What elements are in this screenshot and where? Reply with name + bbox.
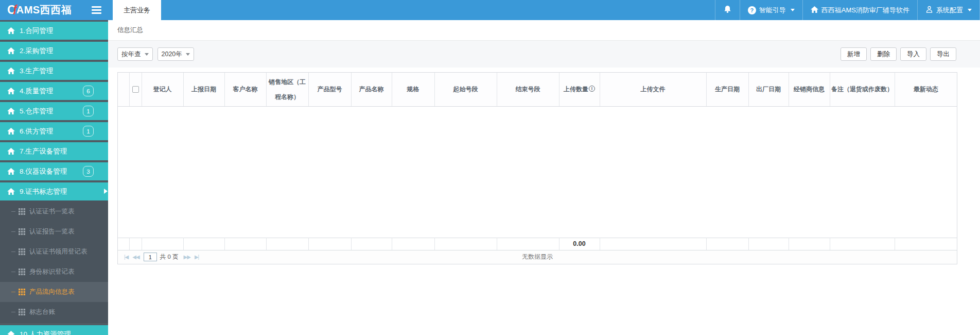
select-all-header (129, 73, 142, 106)
breadcrumb: 信息汇总 (108, 20, 980, 41)
column-header[interactable]: 起始号段 (434, 73, 497, 106)
sidebar-item-hr[interactable]: 10.人力资源管理 (0, 325, 108, 335)
grid-header: 登记人 上报日期 客户名称 销售地区（工程名称） 产品型号 产品名称 规格 起始… (118, 73, 957, 107)
home-icon (7, 68, 15, 74)
grid-icon (19, 269, 25, 275)
sidebar-item-label: 9.证书标志管理 (20, 187, 67, 196)
tree-dash (11, 252, 15, 252)
column-header[interactable]: 最新动态 (895, 73, 957, 106)
home-icon (7, 148, 15, 155)
sidebar-item-quality[interactable]: 4.质量管理 6 (0, 82, 108, 100)
sidebar-item-certificate[interactable]: 9.证书标志管理 (0, 182, 108, 200)
prev-page-icon[interactable]: ◀◀ (132, 254, 139, 260)
column-header[interactable]: 销售地区（工程名称） (266, 73, 308, 106)
year-mode-select[interactable]: 按年查 (117, 47, 153, 61)
sidebar-item-label: 1.合同管理 (20, 26, 53, 36)
column-header[interactable]: 产品名称 (351, 73, 392, 106)
smart-guide-menu[interactable]: ? 智能引导 (740, 0, 802, 20)
select-all-checkbox[interactable] (132, 86, 139, 93)
submenu-item-cert-usage[interactable]: 认证证书领用登记表 (0, 242, 108, 262)
tree-dash (11, 272, 15, 272)
grid-icon (19, 309, 25, 315)
sidebar-item-label: 6.供方管理 (20, 127, 53, 136)
content-area: 信息汇总 按年查 2020年 新增 删除 导入 导出 (108, 20, 980, 335)
column-header[interactable]: 出厂日期 (748, 73, 789, 106)
logo-f-mark: ƒ (12, 3, 18, 15)
summary-upload-qty: 0.00 (559, 238, 600, 250)
pagination-bar: |◀ ◀◀ 共 0 页 ▶▶ ▶| 无数据显示 (118, 250, 957, 264)
info-icon[interactable]: ! (589, 86, 595, 92)
tab-main-business[interactable]: 主营业务 (113, 0, 161, 20)
count-badge: 1 (83, 126, 94, 137)
column-header-label: 上传数量 (564, 86, 588, 93)
grid-icon (19, 248, 25, 255)
column-header[interactable]: 上传文件 (600, 73, 706, 106)
count-badge: 6 (83, 86, 94, 96)
column-header[interactable]: 生产日期 (706, 73, 748, 106)
menu-toggle-icon[interactable] (92, 0, 109, 20)
sidebar-item-instrument[interactable]: 8.仪器设备管理 3 (0, 162, 108, 180)
column-header[interactable]: 经销商信息 (789, 73, 830, 106)
add-button[interactable]: 新增 (841, 47, 867, 61)
system-config-menu[interactable]: 系统配置 (917, 0, 980, 20)
sidebar-item-supplier[interactable]: 6.供方管理 1 (0, 122, 108, 140)
submenu-item-cert-list[interactable]: 认证证书一览表 (0, 202, 108, 222)
submenu-item-identity[interactable]: 身份标识登记表 (0, 262, 108, 282)
notification-bell[interactable] (715, 0, 740, 20)
toolbar: 按年查 2020年 新增 删除 导入 导出 (108, 41, 980, 68)
bell-icon (723, 5, 732, 15)
export-button[interactable]: 导出 (930, 47, 956, 61)
home-icon (7, 188, 15, 195)
sidebar-item-production[interactable]: 3.生产管理 (0, 62, 108, 80)
tree-dash (11, 292, 15, 292)
sidebar-item-label: 10.人力资源管理 (20, 330, 71, 335)
action-buttons: 新增 删除 导入 导出 (841, 47, 956, 61)
column-header[interactable]: 规格 (392, 73, 434, 106)
chevron-down-icon (186, 53, 190, 56)
first-page-icon[interactable]: |◀ (124, 254, 128, 260)
sidebar-item-label: 8.仪器设备管理 (20, 167, 67, 176)
home-icon (7, 27, 15, 34)
next-page-icon[interactable]: ▶▶ (183, 254, 190, 260)
submenu-item-label: 认证证书一览表 (29, 207, 75, 216)
count-badge: 3 (83, 166, 94, 177)
column-header-upload-qty[interactable]: 上传数量! (559, 73, 600, 106)
sidebar-item-label: 2.采购管理 (20, 46, 53, 56)
column-header[interactable]: 上报日期 (183, 73, 224, 106)
data-grid: 登记人 上报日期 客户名称 销售地区（工程名称） 产品型号 产品名称 规格 起始… (117, 72, 957, 264)
column-header[interactable]: 产品型号 (308, 73, 351, 106)
column-header[interactable]: 客户名称 (224, 73, 266, 106)
grid-summary-row: 0.00 (118, 238, 957, 250)
submenu-item-label: 身份标识登记表 (29, 267, 75, 276)
logo-text: AMS西西福 (16, 3, 72, 17)
column-header[interactable]: 结束号段 (497, 73, 559, 106)
sidebar-item-contract[interactable]: 1.合同管理 (0, 22, 108, 40)
system-config-label: 系统配置 (936, 6, 963, 15)
chevron-down-icon (968, 9, 972, 11)
sidebar: 1.合同管理 2.采购管理 3.生产管理 4.质量管理 6 5.仓库管理 1 6… (0, 20, 108, 335)
submenu-item-mark-ledger[interactable]: 标志台账 (0, 302, 108, 322)
submenu-item-cert-report[interactable]: 认证报告一览表 (0, 222, 108, 242)
sidebar-item-purchase[interactable]: 2.采购管理 (0, 42, 108, 60)
year-select[interactable]: 2020年 (157, 47, 194, 61)
question-icon: ? (748, 6, 756, 14)
site-home-link[interactable]: 西西福AMS消防审厂辅导软件 (802, 0, 917, 20)
home-icon (7, 331, 15, 335)
page-title: 信息汇总 (117, 26, 143, 35)
column-header[interactable]: 备注（退货或作废数） (830, 73, 895, 106)
home-icon (7, 108, 15, 114)
smart-guide-label: 智能引导 (759, 6, 786, 15)
import-button[interactable]: 导入 (900, 47, 926, 61)
submenu-item-product-flow[interactable]: 产品流向信息表 (0, 282, 108, 302)
chevron-down-icon (145, 53, 149, 56)
column-header[interactable]: 登记人 (142, 73, 183, 106)
grid-icon (19, 208, 25, 215)
year-value: 2020年 (162, 50, 182, 59)
sidebar-item-prod-equipment[interactable]: 7.生产设备管理 (0, 142, 108, 160)
no-data-message: 无数据显示 (118, 253, 957, 261)
sidebar-item-warehouse[interactable]: 5.仓库管理 1 (0, 102, 108, 120)
grid-body-empty (118, 107, 957, 238)
last-page-icon[interactable]: ▶| (195, 254, 199, 260)
delete-button[interactable]: 删除 (870, 47, 897, 61)
page-number-input[interactable] (144, 253, 157, 261)
